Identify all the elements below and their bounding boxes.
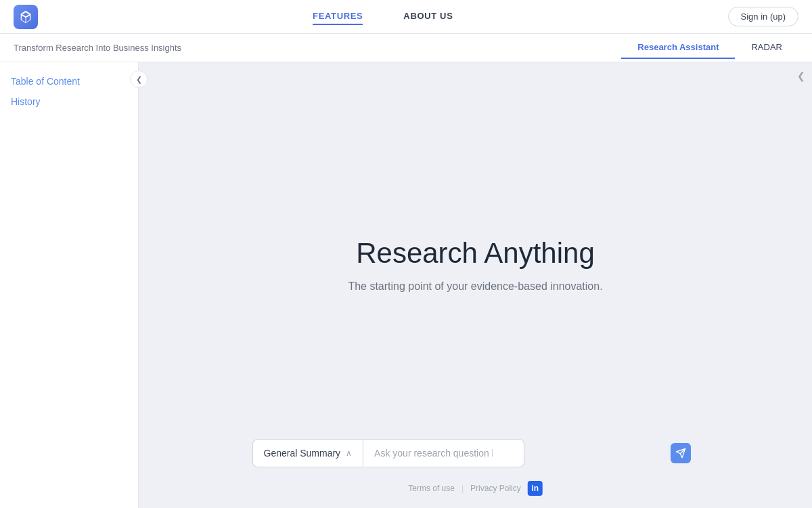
privacy-policy-link[interactable]: Privacy Policy bbox=[470, 484, 521, 493]
research-input-area: General Summary ∧ bbox=[252, 439, 699, 467]
sub-nav-tabs: Research Assistant RADAR bbox=[621, 37, 798, 59]
hero-content: Research Anything The starting point of … bbox=[348, 237, 602, 293]
sidebar-collapse-button[interactable]: ❮ bbox=[130, 70, 148, 88]
tagline: Transform Research Into Business Insight… bbox=[14, 43, 621, 53]
linkedin-label: in bbox=[531, 484, 539, 493]
sub-navigation: Transform Research Into Business Insight… bbox=[0, 34, 812, 62]
terms-of-use-link[interactable]: Terms of use bbox=[408, 484, 455, 493]
main-subtext: The starting point of your evidence-base… bbox=[348, 280, 602, 293]
sidebar: ❮ Table of Content History bbox=[0, 62, 139, 508]
footer: Terms of use | Privacy Policy in bbox=[408, 481, 543, 496]
nav-about[interactable]: ABOUT US bbox=[403, 8, 453, 25]
input-type-selector[interactable]: General Summary ∧ bbox=[252, 439, 363, 467]
research-question-input[interactable] bbox=[363, 439, 524, 467]
sidebar-item-history[interactable]: History bbox=[11, 96, 127, 107]
linkedin-icon[interactable]: in bbox=[528, 481, 543, 496]
input-type-label: General Summary bbox=[264, 448, 341, 459]
chevron-up-icon: ∧ bbox=[346, 448, 352, 458]
main-layout: ❮ Table of Content History ❮ Research An… bbox=[0, 62, 812, 508]
tab-research-assistant[interactable]: Research Assistant bbox=[621, 37, 735, 59]
top-navigation: FEATURES ABOUT US Sign in (up) bbox=[0, 0, 812, 34]
tab-radar[interactable]: RADAR bbox=[735, 37, 798, 59]
send-button[interactable] bbox=[671, 443, 691, 463]
nav-features[interactable]: FEATURES bbox=[313, 8, 363, 25]
main-content: ❮ Research Anything The starting point o… bbox=[139, 62, 812, 508]
logo-icon[interactable] bbox=[14, 5, 38, 29]
right-panel-collapse-button[interactable]: ❮ bbox=[797, 70, 805, 81]
sidebar-item-toc[interactable]: Table of Content bbox=[11, 76, 127, 87]
footer-divider: | bbox=[461, 484, 464, 493]
main-heading: Research Anything bbox=[348, 237, 602, 270]
nav-center: FEATURES ABOUT US bbox=[38, 8, 728, 25]
sign-in-button[interactable]: Sign in (up) bbox=[728, 7, 798, 26]
